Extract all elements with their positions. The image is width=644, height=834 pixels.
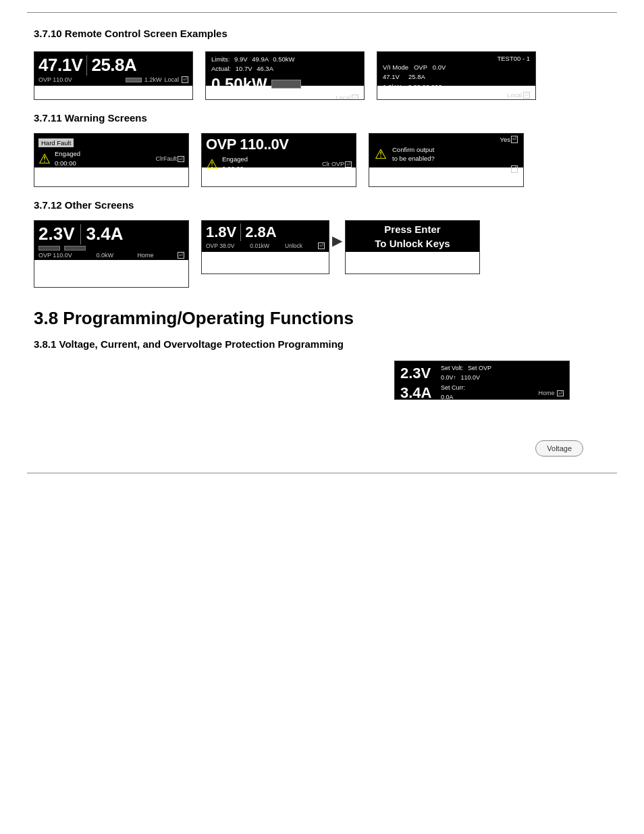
prog-voltage: 2.3V bbox=[400, 365, 441, 382]
warn3-yes: Yes bbox=[500, 136, 511, 143]
other-screens-row: 2.3V 3.4A OVP 110.0V 0.0kW Home ⏎ bbox=[34, 220, 610, 288]
warn1-bottom-area bbox=[34, 167, 188, 187]
voltage-btn-container: Voltage bbox=[34, 440, 583, 457]
warn3-confirm-text: Confirm output to be enabled? bbox=[392, 145, 518, 163]
prog-screen: 2.3V Set Volt: Set OVP 0.0V↑ 110.0V bbox=[394, 361, 570, 400]
prog-set-ovp-val: 110.0V bbox=[461, 374, 481, 381]
rc1-power: 1.2kW bbox=[144, 76, 162, 83]
rc1-ovp: OVP 110.0V bbox=[38, 76, 72, 83]
heading-312: 3.7.12 Other Screens bbox=[34, 199, 610, 211]
warn3-bottom-area bbox=[369, 167, 523, 187]
rc3-test: TEST00 - 1 bbox=[383, 55, 530, 62]
warn1-triangle-icon: ⚠ bbox=[38, 152, 51, 165]
other2-unlock: Unlock bbox=[285, 242, 302, 249]
other1-power: 0.0kW bbox=[96, 252, 113, 259]
remote-control-screens-row: 47.1V 25.8A OVP 110.0V 1.2kW Local ⏎ bbox=[34, 51, 610, 100]
other1-current: 3.4A bbox=[86, 224, 124, 244]
other1-bar2 bbox=[64, 246, 86, 251]
rc2-limits-kw: 0.50kW bbox=[273, 55, 294, 63]
rc1-current: 25.8A bbox=[91, 55, 136, 76]
rc2-limits-label: Limits: bbox=[211, 55, 230, 63]
press-enter-line2: To Unlock Keys bbox=[375, 236, 450, 251]
rc3-local-icon: ⏎ bbox=[523, 92, 530, 99]
rc-screen-1: 47.1V 25.8A OVP 110.0V 1.2kW Local ⏎ bbox=[34, 51, 193, 100]
prog-set-curr-label: Set Curr: bbox=[441, 384, 465, 391]
heading-381: 3.8.1 Voltage, Current, and Overvoltage … bbox=[34, 338, 610, 350]
bottom-rule bbox=[27, 473, 617, 473]
other1-ovp: OVP 110.0V bbox=[38, 252, 72, 259]
arrow-container: ▶ bbox=[332, 220, 342, 249]
page: 3.7.10 Remote Control Screen Examples 47… bbox=[0, 12, 644, 834]
warn1-header: Hard Fault bbox=[38, 138, 74, 147]
press-enter-bottom-area bbox=[346, 252, 479, 274]
rc2-local-icon: ⏎ bbox=[352, 95, 358, 101]
other1-home: Home bbox=[137, 252, 153, 259]
other1-home-icon: ⏎ bbox=[178, 252, 184, 259]
heading-38: 3.8 Programming/Operating Functions bbox=[34, 308, 354, 328]
content-area: 3.7.10 Remote Control Screen Examples 47… bbox=[0, 28, 644, 457]
other2-unlock-icon: ⏎ bbox=[318, 242, 325, 249]
other2-power: 0.01kW bbox=[250, 242, 269, 249]
prog-set-ovp-label: Set OVP bbox=[468, 365, 491, 371]
warn3-yes-icon: ⏎ bbox=[511, 136, 518, 143]
rc-screen-3: TEST00 - 1 V/I Mode OVP 0.0V 47.1V 25.8A… bbox=[377, 51, 536, 100]
warn-screen-3: Yes ⏎ ⚠ Confirm output to be enabled? No… bbox=[369, 133, 524, 187]
other1-bar1 bbox=[38, 246, 60, 251]
warning-screens-row: Hard Fault ⚠ Engaged 0:00:00 ClrFault⏎ O… bbox=[34, 133, 610, 187]
rc3-voltage: 47.1V 25.8A bbox=[383, 72, 446, 82]
rc2-limits-v: 9.9V bbox=[234, 55, 248, 63]
rc2-limits-row: Limits: 9.9V 49.9A 0.50kW bbox=[211, 55, 358, 64]
rc3-vi-mode: V/I Mode OVP 0.0V bbox=[383, 63, 446, 72]
other2-current: 2.8A bbox=[245, 224, 276, 241]
warn2-button: Clr OVP⏎ bbox=[322, 161, 352, 167]
rc1-local: Local bbox=[164, 76, 179, 83]
press-enter-screen: Press Enter To Unlock Keys bbox=[345, 220, 480, 274]
rc2-actual-a: 46.3A bbox=[257, 65, 273, 72]
prog-home: Home bbox=[538, 390, 554, 396]
other-screen-2: 1.8V 2.8A OVP 38.0V 0.01kW Unlock ⏎ bbox=[201, 220, 329, 274]
rc1-local-icon: ⏎ bbox=[182, 76, 188, 83]
other1-bottom-area bbox=[34, 260, 188, 288]
warn2-text: Engaged 0:00:00 bbox=[222, 155, 318, 174]
prog-set-volt-label: Set Volt: bbox=[441, 365, 464, 371]
warn3-no-icon: ⏎ bbox=[511, 165, 518, 173]
warn-screen-2: OVP 110..0V ⚠ Engaged 0:00:00 Clr OVP⏎ bbox=[201, 133, 356, 187]
prog-current: 3.4A bbox=[400, 384, 441, 400]
prog-home-icon: ⏎ bbox=[557, 390, 564, 396]
warn-screen-1: Hard Fault ⚠ Engaged 0:00:00 ClrFault⏎ bbox=[34, 133, 189, 187]
unlock-screens-group: 1.8V 2.8A OVP 38.0V 0.01kW Unlock ⏎ bbox=[201, 220, 480, 274]
rc1-voltage: 47.1V bbox=[38, 55, 82, 76]
top-rule bbox=[27, 12, 617, 13]
rc2-actual-v: 10.7V bbox=[236, 65, 252, 72]
arrow-right-icon: ▶ bbox=[332, 232, 342, 249]
rc1-bottom-area bbox=[34, 86, 192, 100]
warn3-no: No bbox=[502, 165, 510, 173]
other-screen-1: 2.3V 3.4A OVP 110.0V 0.0kW Home ⏎ bbox=[34, 220, 189, 288]
warn2-triangle-icon: ⚠ bbox=[206, 157, 218, 171]
rc2-actual-row: Actual: 10.7V 46.3A bbox=[211, 64, 358, 74]
heading-310: 3.7.10 Remote Control Screen Examples bbox=[34, 28, 610, 39]
rc2-local: Local bbox=[336, 95, 350, 101]
prog-set-volt-val: 0.0V↑ bbox=[441, 374, 456, 381]
press-enter-text: Press Enter To Unlock Keys bbox=[375, 222, 450, 251]
rc2-power-bar bbox=[271, 80, 301, 88]
prog-set-curr-val: 0.0A bbox=[441, 394, 454, 400]
other2-voltage: 1.8V bbox=[206, 224, 236, 241]
warn1-button: ClrFault⏎ bbox=[155, 155, 184, 162]
warn1-text: Engaged 0:00:00 bbox=[55, 149, 151, 169]
heading-311: 3.7.11 Warning Screens bbox=[34, 112, 610, 124]
other2-bottom-area bbox=[202, 252, 329, 274]
warn3-triangle-icon: ⚠ bbox=[375, 147, 387, 161]
rc1-bar-indicator bbox=[126, 78, 142, 82]
rc3-local: Local bbox=[507, 92, 522, 99]
press-enter-line1: Press Enter bbox=[375, 222, 450, 236]
warn2-ovp-title: OVP 110..0V bbox=[206, 136, 352, 153]
voltage-button[interactable]: Voltage bbox=[535, 440, 583, 457]
prog-screen-container: 2.3V Set Volt: Set OVP 0.0V↑ 110.0V bbox=[34, 361, 570, 400]
rc2-actual-label: Actual: bbox=[211, 65, 231, 72]
rc2-power: 0.50kW bbox=[211, 75, 267, 94]
rc3-kw: 1.2kW 0:00:00:000 bbox=[383, 82, 446, 92]
rc-screen-2: Limits: 9.9V 49.9A 0.50kW Actual: 10.7V … bbox=[205, 51, 365, 100]
other1-voltage: 2.3V bbox=[38, 224, 75, 244]
other2-ovp: OVP 38.0V bbox=[206, 242, 234, 249]
